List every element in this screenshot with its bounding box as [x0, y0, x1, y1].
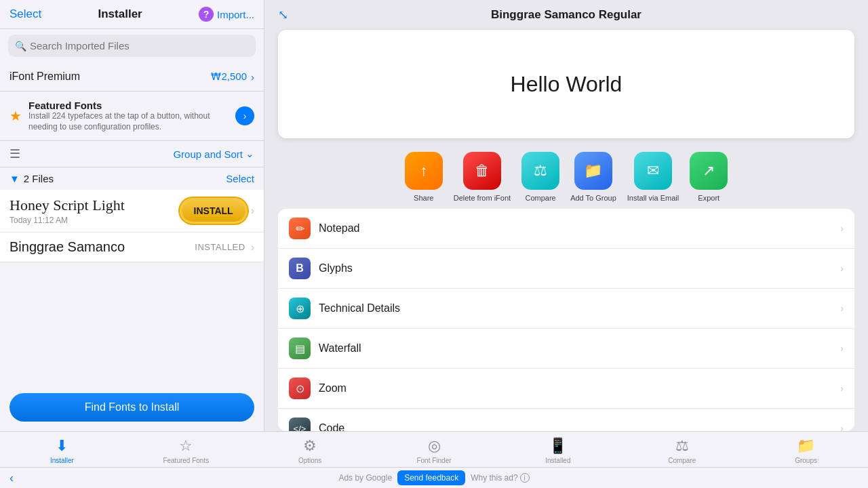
email-icon: ✉: [634, 152, 672, 190]
select-button[interactable]: Select: [9, 7, 41, 21]
email-action-btn[interactable]: ✉ Install via Email: [627, 152, 679, 202]
files-count-label: 2 Files: [24, 173, 54, 184]
search-input[interactable]: [8, 35, 256, 57]
menu-item-zoom[interactable]: ⊙ Zoom ›: [278, 369, 854, 409]
bottom-navigation: ⬇ Installer ☆ Featured Fonts ⚙ Options ◎…: [0, 431, 868, 467]
featured-fonts-nav-label: Featured Fonts: [163, 457, 209, 464]
import-label[interactable]: Import...: [217, 9, 254, 20]
notepad-icon: ✏: [289, 218, 311, 239]
search-icon: 🔍: [15, 41, 26, 52]
add-group-icon: 📁: [574, 152, 612, 190]
font-menu-list: ✏ Notepad › B Glyphs › ⊕ Technical Detai…: [278, 209, 854, 431]
glyphs-chevron: ›: [840, 263, 844, 274]
nav-item-installed[interactable]: 📱 Installed: [496, 437, 620, 464]
nav-item-options[interactable]: ⚙ Options: [248, 437, 372, 464]
glyphs-label: Glyphs: [319, 262, 832, 274]
export-icon: ↗: [690, 152, 728, 190]
right-panel-title: Binggrae Samanco Regular: [491, 8, 642, 22]
add-group-action-btn[interactable]: 📁 Add To Group: [570, 152, 616, 202]
code-icon: </>: [289, 418, 311, 431]
import-button[interactable]: ? Import...: [199, 7, 254, 22]
nav-item-installer[interactable]: ⬇ Installer: [0, 437, 124, 464]
installed-nav-icon: 📱: [549, 437, 567, 455]
menu-item-glyphs[interactable]: B Glyphs ›: [278, 249, 854, 289]
group-sort-row: ☰ Group and Sort ⌄: [0, 141, 264, 167]
groups-nav-icon: 📁: [797, 437, 815, 455]
installer-nav-label: Installer: [50, 457, 74, 464]
compare-icon: ⚖: [521, 152, 559, 190]
right-header: ⤡ Binggrae Samanco Regular: [264, 0, 868, 30]
ads-label: Ads by Google: [338, 473, 392, 483]
install-button[interactable]: INSTALL: [182, 200, 245, 222]
waterfall-chevron: ›: [840, 343, 844, 354]
find-fonts-button[interactable]: Find Fonts to Install: [9, 393, 254, 422]
featured-fonts-text: Featured Fonts Install 224 typefaces at …: [28, 100, 229, 132]
add-group-label: Add To Group: [570, 194, 616, 202]
chevron-down-icon: ▼: [9, 173, 20, 184]
options-nav-label: Options: [298, 457, 321, 464]
ads-bar: ‹ Ads by Google Send feedback Why this a…: [0, 467, 868, 488]
send-feedback-button[interactable]: Send feedback: [397, 470, 465, 485]
files-select-button[interactable]: Select: [226, 173, 254, 184]
waterfall-label: Waterfall: [319, 342, 832, 354]
waterfall-icon: ▤: [289, 338, 311, 359]
install-btn-wrapper: INSTALL: [182, 200, 245, 222]
technical-details-icon: ⊕: [289, 298, 311, 319]
notepad-chevron: ›: [840, 223, 844, 234]
delete-label: Delete from iFont: [454, 194, 511, 202]
group-sort-label: Group and Sort: [173, 148, 243, 160]
featured-fonts-row[interactable]: ★ Featured Fonts Install 224 typefaces a…: [0, 92, 264, 141]
group-sort-left: ☰: [9, 146, 20, 161]
font-item-honey-script[interactable]: Honey Script Light Today 11:12 AM INSTAL…: [0, 190, 264, 232]
group-sort-icon: ☰: [9, 146, 20, 161]
featured-fonts-arrow[interactable]: ›: [235, 106, 254, 125]
font-list: Honey Script Light Today 11:12 AM INSTAL…: [0, 190, 264, 384]
why-ad-info-icon: i: [520, 473, 530, 483]
menu-item-waterfall[interactable]: ▤ Waterfall ›: [278, 329, 854, 369]
groups-nav-label: Groups: [795, 457, 817, 464]
notepad-label: Notepad: [319, 222, 832, 235]
zoom-chevron: ›: [840, 383, 844, 394]
compare-action-btn[interactable]: ⚖ Compare: [521, 152, 559, 202]
back-arrow-btn[interactable]: ‹: [9, 471, 14, 485]
action-buttons: ↑ Share 🗑 Delete from iFont ⚖ Compare 📁: [264, 145, 868, 209]
help-icon: ?: [199, 7, 214, 22]
delete-icon: 🗑: [463, 152, 501, 190]
technical-details-label: Technical Details: [319, 302, 832, 314]
delete-action-btn[interactable]: 🗑 Delete from iFont: [454, 152, 511, 202]
compare-label: Compare: [526, 194, 556, 202]
installed-badge: INSTALLED: [195, 242, 245, 252]
expand-icon[interactable]: ⤡: [278, 7, 288, 22]
nav-item-font-finder[interactable]: ◎ Font Finder: [372, 437, 496, 464]
font-item-chevron-honey: ›: [251, 205, 254, 217]
ifont-premium-chevron: ›: [251, 71, 254, 83]
left-header: Select Installer ? Import...: [0, 0, 264, 29]
export-action-btn[interactable]: ↗ Export: [690, 152, 728, 202]
font-finder-nav-label: Font Finder: [416, 457, 451, 464]
featured-fonts-title: Featured Fonts: [28, 100, 229, 111]
files-count: ▼ 2 Files: [9, 173, 54, 184]
ifont-premium-row[interactable]: iFont Premium ₩2,500 ›: [0, 62, 264, 92]
font-preview-area: Hello World: [278, 30, 854, 138]
installed-nav-label: Installed: [545, 457, 570, 464]
nav-item-featured-fonts[interactable]: ☆ Featured Fonts: [124, 437, 248, 464]
zoom-icon: ⊙: [289, 378, 311, 399]
font-info-honey: Honey Script Light Today 11:12 AM: [9, 197, 182, 225]
share-action-btn[interactable]: ↑ Share: [405, 152, 443, 202]
nav-item-groups[interactable]: 📁 Groups: [744, 437, 868, 464]
menu-item-notepad[interactable]: ✏ Notepad ›: [278, 209, 854, 249]
why-ad-label: Why this ad?: [471, 473, 517, 483]
group-sort-button[interactable]: Group and Sort ⌄: [173, 148, 254, 160]
email-label: Install via Email: [627, 194, 679, 202]
menu-item-code[interactable]: </> Code ›: [278, 409, 854, 431]
search-bar: 🔍: [0, 29, 264, 62]
why-ad-button[interactable]: Why this ad? i: [471, 473, 529, 483]
font-name-honey: Honey Script Light: [9, 197, 182, 214]
nav-item-compare[interactable]: ⚖ Compare: [620, 437, 744, 464]
ifont-premium-price[interactable]: ₩2,500 ›: [211, 70, 254, 83]
menu-item-technical-details[interactable]: ⊕ Technical Details ›: [278, 289, 854, 329]
export-label: Export: [698, 194, 719, 202]
installer-title: Installer: [98, 7, 142, 21]
font-item-binggrae[interactable]: Binggrae Samanco INSTALLED ›: [0, 232, 264, 262]
glyphs-icon: B: [289, 258, 311, 279]
